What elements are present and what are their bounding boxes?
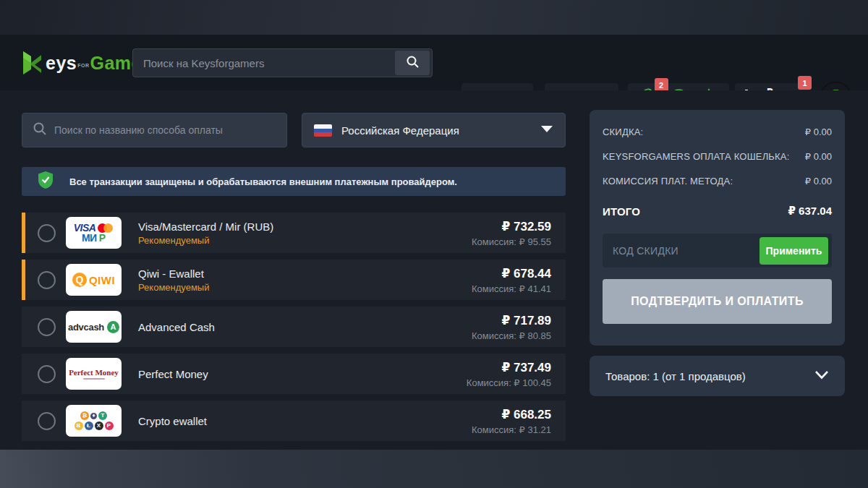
payment-method-name: Perfect Money — [138, 368, 467, 380]
summary-row-discount: СКИДКА: ₽ 0.00 — [603, 119, 832, 144]
checkout-content: Российская Федерация Все транзакции защи… — [0, 90, 868, 450]
payment-commission: Комиссия: ₽ 95.55 — [472, 236, 551, 247]
logo-text-for: FOR — [77, 63, 89, 68]
summary-label: КОМИССИЯ ПЛАТ. МЕТОДА: — [603, 176, 733, 187]
radio-button[interactable] — [38, 224, 56, 242]
security-notice: Все транзакции защищены и обрабатываются… — [22, 167, 566, 196]
payment-method-search-input[interactable] — [54, 124, 276, 136]
search-icon — [406, 55, 420, 71]
payment-price: ₽ 668.25 — [472, 407, 551, 422]
recommended-label: Рекомендуемый — [138, 235, 472, 246]
payment-price: ₽ 737.49 — [467, 360, 551, 375]
payment-commission: Комиссия: ₽ 41.41 — [472, 283, 551, 294]
order-summary-panel: СКИДКА: ₽ 0.00 KEYSFORGAMERS ОПЛАТА КОШЕ… — [590, 110, 845, 346]
qiwi-logo-text: QIWI — [89, 275, 115, 286]
perfect-money-logo: Perfect Money — [66, 358, 122, 390]
summary-row-total: ИТОГО ₽ 637.04 — [603, 197, 832, 225]
header-search-input[interactable] — [133, 49, 395, 77]
bitcoin-icon: ₿ — [80, 411, 89, 420]
payment-method-row-perfect-money[interactable]: Perfect Money Perfect Money ₽ 737.49 Ком… — [22, 354, 566, 394]
polkadot-icon: P — [105, 421, 114, 430]
payment-method-row-visa-mir[interactable]: VISA МИР Visa/Mastercard / Mir (RUB) Рек… — [22, 213, 566, 253]
qiwi-q-icon: Q — [72, 273, 87, 287]
advcash-logo-text: advcash — [68, 322, 104, 332]
payment-method-name: Visa/Mastercard / Mir (RUB) — [138, 221, 472, 233]
background-bottom — [0, 450, 868, 488]
logo-k-icon — [22, 51, 43, 75]
chevron-down-icon — [814, 369, 829, 382]
radio-button[interactable] — [38, 365, 56, 383]
mir-logo-arrow: Р — [99, 233, 106, 243]
litecoin-icon: Ł — [85, 421, 93, 430]
confirm-pay-button[interactable]: ПОДТВЕРДИТЬ И ОПЛАТИТЬ — [603, 279, 832, 324]
header-search-button[interactable] — [395, 51, 430, 75]
items-count-label: Товаров: 1 (от 1 продавцов) — [605, 370, 746, 382]
country-selector[interactable]: Российская Федерация — [302, 113, 566, 147]
background-top — [0, 0, 868, 35]
tether-icon: T — [98, 411, 107, 420]
payment-method-row-advcash[interactable]: advcash A Advanced Cash ₽ 717.89 Комисси… — [22, 307, 566, 347]
xrp-icon: X — [95, 421, 103, 430]
radio-button[interactable] — [38, 318, 56, 336]
advcash-logo: advcash A — [66, 311, 122, 343]
advcash-a-icon: A — [107, 321, 119, 333]
chevron-down-icon — [540, 124, 553, 137]
summary-value: ₽ 0.00 — [805, 151, 832, 162]
payment-method-name: Advanced Cash — [138, 321, 472, 333]
radio-button[interactable] — [38, 412, 56, 430]
shield-check-icon — [38, 171, 54, 192]
payment-method-search — [22, 113, 287, 147]
cart-badge: 1 — [798, 76, 812, 90]
header-search — [132, 48, 433, 77]
total-label: ИТОГО — [603, 205, 640, 218]
payment-method-row-qiwi[interactable]: Q QIWI Qiwi - Ewallet Рекомендуемый ₽ 67… — [22, 260, 566, 300]
payment-price: ₽ 732.59 — [472, 219, 551, 234]
payment-method-name: Crypto ewallet — [138, 415, 472, 427]
qiwi-logo: Q QIWI — [66, 264, 122, 296]
recommended-label: Рекомендуемый — [138, 282, 472, 293]
payment-commission: Комиссия: ₽ 80.85 — [472, 330, 551, 341]
summary-value: ₽ 0.00 — [805, 127, 832, 137]
site-header: eys FOR Gamers RU ₽ RUB — [0, 35, 868, 90]
crypto-ewallet-logo: ₿ ♦ T B Ł X P — [66, 405, 122, 437]
summary-row-wallet: KEYSFORGAMERS ОПЛАТА КОШЕЛЬКА: ₽ 0.00 — [603, 144, 832, 168]
visa-mir-logo: VISA МИР — [66, 217, 122, 249]
perfect-money-tagline — [83, 378, 105, 380]
summary-value: ₽ 0.00 — [805, 176, 832, 187]
total-value: ₽ 637.04 — [788, 205, 832, 218]
security-notice-text: Все транзакции защищены и обрабатываются… — [69, 176, 457, 187]
apply-promo-button[interactable]: Применить — [760, 237, 828, 265]
ethereum-icon: ♦ — [90, 413, 97, 419]
payment-commission: Комиссия: ₽ 100.45 — [467, 377, 551, 388]
summary-label: KEYSFORGAMERS ОПЛАТА КОШЕЛЬКА: — [603, 151, 790, 162]
visa-logo-text: VISA — [74, 223, 96, 233]
payment-commission: Комиссия: ₽ 31.21 — [472, 424, 551, 435]
payment-method-name: Qiwi - Ewallet — [138, 267, 472, 280]
logo-text-keys: eys — [46, 53, 77, 74]
promo-code-field: Применить — [603, 234, 832, 267]
payment-method-row-crypto[interactable]: ₿ ♦ T B Ł X P Crypto ewallet ₽ 668.25 Ко… — [22, 401, 566, 441]
binance-coin-icon: B — [75, 421, 83, 430]
promo-code-input[interactable] — [613, 245, 760, 257]
payment-price: ₽ 678.44 — [472, 266, 551, 281]
radio-button[interactable] — [38, 271, 56, 289]
items-summary-panel[interactable]: Товаров: 1 (от 1 продавцов) — [590, 356, 845, 396]
mir-logo-text: МИ — [82, 233, 97, 243]
checkout-page: eys FOR Gamers RU ₽ RUB — [0, 0, 868, 488]
summary-label: СКИДКА: — [603, 127, 643, 137]
russia-flag-icon — [314, 124, 332, 137]
country-name: Российская Федерация — [341, 124, 540, 137]
search-icon — [33, 121, 47, 139]
perfect-money-logo-text: Perfect Money — [69, 368, 119, 377]
mastercard-icon — [98, 223, 114, 233]
summary-row-commission: КОМИССИЯ ПЛАТ. МЕТОДА: ₽ 0.00 — [603, 168, 832, 193]
payment-price: ₽ 717.89 — [472, 313, 551, 328]
